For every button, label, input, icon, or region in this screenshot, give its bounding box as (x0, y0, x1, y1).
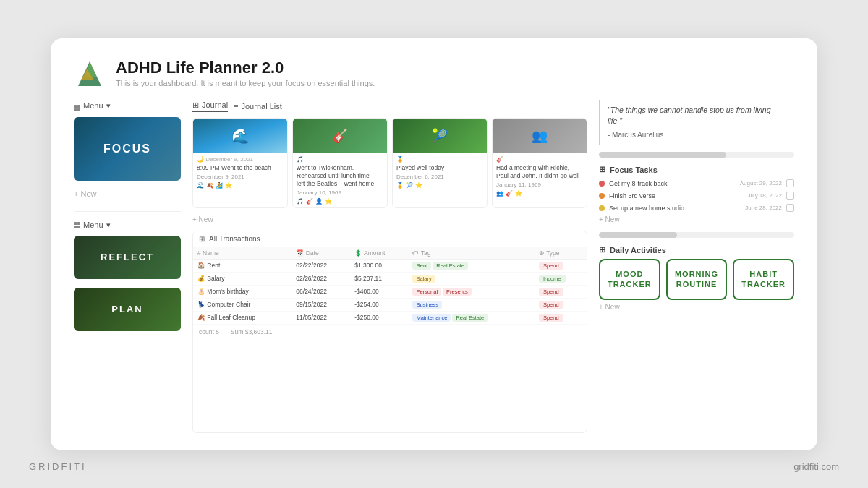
transactions-header: ⊞ All Transactions (193, 231, 587, 247)
table-row[interactable]: 🏠 Rent 02/22/2022 $1,300.00 RentReal Est… (193, 259, 587, 272)
main-content: Menu ▾ FOCUS + New Menu ▾ REFLECT PLAN (74, 100, 794, 433)
focus-section[interactable]: FOCUS (74, 117, 181, 181)
grid-icon-1 (74, 100, 80, 111)
cell-name: 💰 Salary (193, 272, 292, 285)
cell-tag: Salary (408, 272, 534, 285)
journal-card-3-text: Played well today (396, 164, 483, 172)
activity-card-morning[interactable]: MORNING ROUTINE (666, 259, 728, 300)
task-checkbox-2[interactable] (786, 192, 794, 200)
cell-tag: PersonalPresents (408, 285, 534, 298)
col-tag: 🏷 Tag (408, 247, 534, 260)
task-text-3: Set up a new home studio (609, 205, 684, 212)
cell-type: Spend (535, 311, 587, 324)
page-subtitle: This is your dashboard. It is meant to k… (116, 79, 375, 87)
task-right-1: August 29, 2022 (740, 179, 794, 187)
task-right-3: June 28, 2022 (745, 204, 794, 212)
activities-add-new[interactable]: + New (599, 303, 794, 311)
table-row[interactable]: 💺 Computer Chair 09/15/2022 -$254.00 Bus… (193, 298, 587, 311)
task-checkbox-3[interactable] (786, 204, 794, 212)
journal-card-4[interactable]: 👥 🎸 Had a meeting with Richie, Paul and … (492, 118, 587, 208)
cell-tag: MaintenanceReal Estate (408, 311, 534, 324)
table-row[interactable]: 💰 Salary 02/26/2022 $5,207.11 Salary Inc… (193, 272, 587, 285)
task-checkbox-1[interactable] (786, 179, 794, 187)
journal-card-4-meta: January 11, 1969 (496, 181, 583, 188)
people-emoji: 👥 (532, 128, 548, 144)
journal-card-4-date: 🎸 (496, 156, 583, 163)
task-dot-2 (599, 193, 605, 199)
trans-sum: Sum $3,603.11 (231, 328, 273, 335)
cell-amount: -$254.00 (350, 298, 408, 311)
focus-add-new[interactable]: + New (74, 187, 181, 201)
task-text-2: Finish 3rd verse (609, 192, 655, 200)
journal-cards: 🌊 🌙 December 9, 2021 8:09 PM Went to the… (192, 118, 587, 208)
journal-card-1[interactable]: 🌊 🌙 December 9, 2021 8:09 PM Went to the… (192, 118, 288, 208)
col-type: ⊕ Type (535, 247, 587, 260)
progress-bar-fill (599, 152, 726, 158)
col-name: # Name (193, 247, 292, 260)
table-row[interactable]: 🎂 Mom's birthday 06/24/2022 -$400.00 Per… (193, 285, 587, 298)
activities-icon: ⊞ (599, 245, 605, 254)
task-dot-1 (599, 181, 605, 187)
journal-card-2-body: 🎵 went to Twickenham. Rehearsed until lu… (293, 153, 387, 207)
cell-name: 🎂 Mom's birthday (193, 285, 292, 298)
menu-label-2: Menu ▾ (74, 221, 181, 230)
progress-bar-fill-2 (599, 232, 677, 238)
journal-card-2[interactable]: 🎸 🎵 went to Twickenham. Rehearsed until … (292, 118, 388, 208)
wave-emoji: 🌊 (231, 127, 250, 145)
plan-section[interactable]: PLAN (74, 288, 181, 331)
transactions-section: ⊞ All Transactions # Name 📅 Date 💲 Amoun… (192, 231, 587, 433)
mood-tracker-label: MOOD TRACKER (608, 269, 652, 290)
morning-routine-label: MORNING ROUTINE (675, 269, 718, 290)
task-right-2: July 18, 2022 (747, 192, 794, 200)
task-left-2: Finish 3rd verse (599, 192, 655, 200)
table-row[interactable]: 🍂 Fall Leaf Cleanup 11/05/2022 -$250.00 … (193, 311, 587, 324)
tab-journal-list[interactable]: ≡ Journal List (234, 102, 282, 111)
daily-activities-label: Daily Activities (610, 246, 666, 254)
divider-1 (74, 211, 181, 212)
journal-card-1-date: 🌙 December 9, 2021 (197, 156, 284, 163)
task-text-1: Get my 8-track back (609, 180, 668, 187)
journal-card-4-text: Had a meeting with Richie, Paul and John… (496, 164, 583, 180)
focus-tasks-label: Focus Tasks (610, 166, 658, 174)
journal-add-new[interactable]: + New (192, 214, 587, 225)
journal-card-img-2: 🎸 (293, 119, 387, 153)
activity-cards: MOOD TRACKER MORNING ROUTINE (599, 259, 794, 300)
activity-card-mood[interactable]: MOOD TRACKER (599, 259, 660, 300)
cell-amount: -$400.00 (350, 285, 408, 298)
branding-left: GRIDFITI (29, 461, 87, 472)
journal-card-img-3: 🎾 (393, 119, 487, 153)
task-item-3[interactable]: Set up a new home studio June 28, 2022 (599, 202, 794, 214)
plan-label: PLAN (111, 304, 142, 314)
progress-bar-container-2 (599, 232, 794, 238)
activity-card-habit[interactable]: HABIT TRACKER (733, 259, 794, 300)
tasks-icon: ⊞ (599, 165, 605, 174)
journal-card-3[interactable]: 🎾 🏅 Played well today December 6, 2021 🏅… (392, 118, 488, 208)
table-icon: ⊞ (192, 100, 199, 110)
tab-journal[interactable]: ⊞ Journal (192, 100, 228, 112)
cell-amount: $5,207.11 (350, 272, 408, 285)
task-dot-3 (599, 205, 605, 211)
cell-tag: RentReal Estate (408, 259, 534, 272)
reflect-label: REFLECT (101, 252, 154, 262)
journal-card-1-meta: December 9, 2021 (197, 174, 284, 180)
cell-date: 02/26/2022 (292, 272, 350, 285)
task-item-2[interactable]: Finish 3rd verse July 18, 2022 (599, 189, 794, 202)
journal-card-2-text: went to Twickenham. Rehearsed until lunc… (297, 164, 383, 188)
right-column: "The things we cannot handle stop us fro… (599, 100, 794, 433)
focus-tasks-header: ⊞ Focus Tasks (599, 165, 794, 174)
task-left-3: Set up a new home studio (599, 205, 684, 212)
music-emoji: 🎸 (332, 128, 348, 144)
daily-activities-section: ⊞ Daily Activities MOOD TRACKER MO (599, 245, 794, 311)
col-amount: 💲 Amount (350, 247, 408, 260)
tasks-add-new[interactable]: + New (599, 214, 794, 225)
journal-card-4-footer: 👥 🎸 ⭐ (496, 190, 583, 197)
cell-amount: $1,300.00 (350, 259, 408, 272)
branding-right: gridfiti.com (793, 461, 839, 472)
task-item-1[interactable]: Get my 8-track back August 29, 2022 (599, 177, 794, 189)
journal-card-1-body: 🌙 December 9, 2021 8:09 PM Went to the b… (193, 153, 287, 192)
journal-card-img-1: 🌊 (193, 119, 287, 153)
cell-name: 🍂 Fall Leaf Cleanup (193, 311, 292, 324)
reflect-section[interactable]: REFLECT (74, 236, 181, 279)
progress-bar-container (599, 152, 794, 158)
cell-amount: -$250.00 (350, 311, 408, 324)
